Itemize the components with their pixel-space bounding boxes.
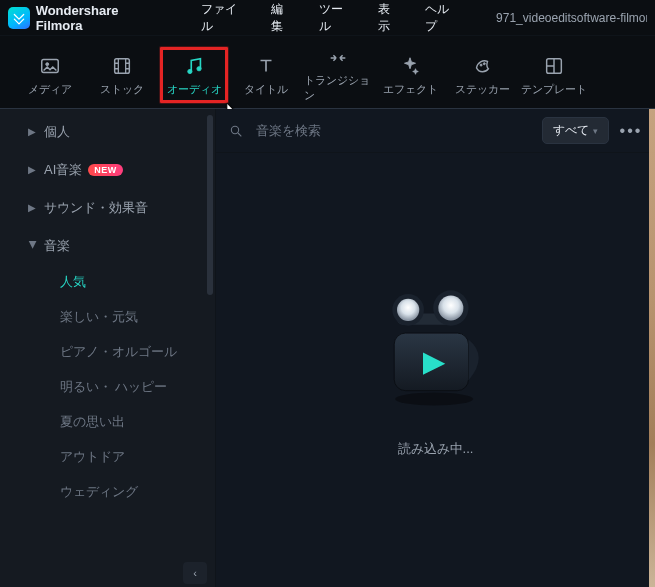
svg-point-13 bbox=[397, 299, 419, 321]
image-icon bbox=[38, 54, 62, 78]
content-area: ▶ 個人 ▶ AI音楽 NEW ▶ サウンド・効果音 ▶ 音楽 人気 楽しい・元… bbox=[0, 108, 655, 587]
chevron-right-icon: ▶ bbox=[28, 202, 38, 213]
sidebar-group-label: AI音楽 bbox=[44, 161, 82, 179]
tool-tab-stickers[interactable]: ステッカー bbox=[448, 47, 516, 103]
sidebar-scroll[interactable]: ▶ 個人 ▶ AI音楽 NEW ▶ サウンド・効果音 ▶ 音楽 人気 楽しい・元… bbox=[0, 109, 215, 559]
menu-file[interactable]: ファイル bbox=[191, 0, 258, 39]
tool-tab-transitions[interactable]: トランジション bbox=[304, 47, 372, 103]
filter-label: すべて bbox=[553, 122, 589, 139]
chevron-right-icon: ▶ bbox=[28, 164, 38, 175]
main-panel: すべて ▾ ••• bbox=[216, 109, 655, 587]
main-body: 読み込み中... bbox=[216, 153, 655, 587]
collapse-sidebar-button[interactable]: ‹ bbox=[183, 562, 207, 584]
tool-tab-label: ステッカー bbox=[455, 82, 510, 97]
title-bar: Wondershare Filmora ファイル 編集 ツール 表示 ヘルプ 9… bbox=[0, 0, 655, 36]
svg-point-1 bbox=[46, 62, 49, 65]
sidebar-item-summer[interactable]: 夏の思い出 bbox=[6, 405, 209, 440]
transition-icon bbox=[326, 47, 350, 69]
sidebar-group-label: サウンド・効果音 bbox=[44, 199, 148, 217]
svg-point-8 bbox=[231, 126, 238, 133]
svg-rect-2 bbox=[115, 58, 130, 73]
new-badge: NEW bbox=[88, 164, 123, 176]
more-menu-button[interactable]: ••• bbox=[617, 119, 645, 143]
sidebar: ▶ 個人 ▶ AI音楽 NEW ▶ サウンド・効果音 ▶ 音楽 人気 楽しい・元… bbox=[0, 109, 216, 587]
sidebar-item-piano[interactable]: ピアノ・オルゴール bbox=[6, 335, 209, 370]
tool-tab-audio[interactable]: オーディオ bbox=[160, 47, 228, 103]
tool-tab-effects[interactable]: エフェクト bbox=[376, 47, 444, 103]
svg-point-16 bbox=[395, 393, 473, 406]
sidebar-scrollbar-thumb[interactable] bbox=[207, 115, 213, 295]
open-file-label: 971_videoeditsoftware-filmor bbox=[476, 11, 647, 25]
sidebar-item-popular[interactable]: 人気 bbox=[6, 265, 209, 300]
menu-edit[interactable]: 編集 bbox=[261, 0, 304, 39]
sidebar-group-music[interactable]: ▶ 音楽 bbox=[6, 227, 209, 265]
app-logo-icon bbox=[8, 7, 30, 29]
svg-point-4 bbox=[197, 66, 201, 70]
sidebar-group-ai-music[interactable]: ▶ AI音楽 NEW bbox=[6, 151, 209, 189]
filter-dropdown[interactable]: すべて ▾ bbox=[542, 117, 609, 144]
app-product-name: Wondershare Filmora bbox=[36, 3, 167, 33]
tool-tab-templates[interactable]: テンプレート bbox=[520, 47, 588, 103]
tool-tab-stock[interactable]: ストック bbox=[88, 47, 156, 103]
menu-tools[interactable]: ツール bbox=[309, 0, 364, 39]
tool-tab-titles[interactable]: タイトル bbox=[232, 47, 300, 103]
sidebar-group-label: 個人 bbox=[44, 123, 70, 141]
svg-point-6 bbox=[483, 62, 485, 64]
svg-point-3 bbox=[188, 69, 192, 73]
menu-bar: ファイル 編集 ツール 表示 ヘルプ bbox=[191, 0, 470, 39]
sidebar-group-label: 音楽 bbox=[44, 237, 70, 255]
svg-point-5 bbox=[480, 64, 482, 66]
sidebar-item-bright[interactable]: 明るい・ ハッピー bbox=[6, 370, 209, 405]
loading-label: 読み込み中... bbox=[398, 440, 474, 458]
music-note-icon bbox=[182, 54, 206, 78]
search-input[interactable] bbox=[254, 123, 534, 139]
menu-view[interactable]: 表示 bbox=[368, 0, 411, 39]
layout-icon bbox=[542, 54, 566, 78]
chevron-right-icon: ▶ bbox=[28, 126, 38, 137]
search-icon bbox=[226, 121, 246, 141]
sidebar-group-sfx[interactable]: ▶ サウンド・効果音 bbox=[6, 189, 209, 227]
chevron-down-icon: ▾ bbox=[593, 126, 598, 136]
sidebar-group-personal[interactable]: ▶ 個人 bbox=[6, 113, 209, 151]
sparkle-icon bbox=[398, 54, 422, 78]
ellipsis-icon: ••• bbox=[620, 122, 643, 140]
menu-help[interactable]: ヘルプ bbox=[415, 0, 470, 39]
tool-tab-label: ストック bbox=[100, 82, 144, 97]
sidebar-item-wedding[interactable]: ウェディング bbox=[6, 475, 209, 510]
sidebar-item-outdoor[interactable]: アウトドア bbox=[6, 440, 209, 475]
tool-tab-media[interactable]: メディア bbox=[16, 47, 84, 103]
tool-tab-bar: メディア ストック オーディオ タイトル トランジション エフェクト bbox=[0, 36, 655, 108]
camera-graphic bbox=[361, 282, 511, 412]
tool-tab-label: エフェクト bbox=[383, 82, 438, 97]
preview-edge-sliver bbox=[649, 109, 655, 587]
main-toolbar: すべて ▾ ••• bbox=[216, 109, 655, 153]
sidebar-footer: ‹ bbox=[0, 559, 215, 587]
sidebar-item-fun[interactable]: 楽しい・元気 bbox=[6, 300, 209, 335]
text-t-icon bbox=[254, 54, 278, 78]
sticker-icon bbox=[470, 54, 494, 78]
app-logo-group: Wondershare Filmora bbox=[8, 3, 167, 33]
tool-tab-label: オーディオ bbox=[167, 82, 222, 97]
tool-tab-label: メディア bbox=[28, 82, 72, 97]
tool-tab-label: タイトル bbox=[244, 82, 288, 97]
chevron-down-icon: ▶ bbox=[28, 240, 39, 250]
svg-point-15 bbox=[438, 295, 463, 320]
tool-tab-label: テンプレート bbox=[521, 82, 587, 97]
tool-tab-label: トランジション bbox=[304, 73, 372, 103]
film-icon bbox=[110, 54, 134, 78]
chevron-left-icon: ‹ bbox=[193, 567, 197, 579]
